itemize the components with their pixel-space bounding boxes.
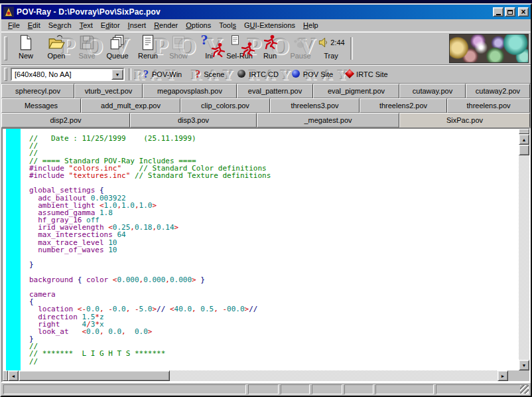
tray-button[interactable]: 2:44Tray [316,34,346,60]
menu-item-gui-extensions[interactable]: GUI-Extensions [240,20,299,31]
scrollbar-corner [508,370,519,381]
scroll-right-button[interactable]: ► [498,370,508,381]
page-runner-icon [230,34,249,52]
tab-disp2-pov[interactable]: disp2.pov [1,113,130,127]
tab-cutaway-pov[interactable]: cutaway.pov [399,84,466,98]
code-line: // [29,358,519,365]
question-blue-icon: ? [143,70,149,79]
menu-item-search[interactable]: Search [44,20,76,31]
code-line: look_at <0.0, 0.0, 0.0> [29,328,519,335]
show-page-icon [170,34,187,52]
vscroll-splitter[interactable] [519,129,529,134]
hscroll-splitter[interactable] [3,370,8,381]
editor-gutter [6,129,21,370]
tab-add-mult-exp-pov[interactable]: add_mult_exp.pov [81,98,180,113]
minimize-button[interactable] [493,7,503,17]
code-editor[interactable]: // Date : 11/25/1999 (25.11.1999)////// … [21,129,519,370]
tab-spherecyl-pov[interactable]: spherecyl.pov [1,84,74,98]
new-page-icon [17,34,34,52]
menu-item-help[interactable]: Help [299,20,322,31]
menu-item-editor[interactable]: Editor [97,20,124,31]
file-tabs: spherecyl.povvturb_vect.povmegapovsplash… [1,84,531,127]
status-panel [375,384,434,394]
run-button[interactable]: Run [255,34,285,60]
tab-row-2: Messagesadd_mult_exp.povclip_colors.povt… [1,98,531,113]
tab-label: Messages [25,102,58,110]
combobox-dropdown-button[interactable]: ▼ [111,69,123,80]
editor-pane: // Date : 11/25/1999 (25.11.1999)////// … [1,127,531,382]
hscroll-track[interactable] [170,370,498,381]
tab-label: eval_pattern.pov [248,87,302,95]
sel-run-button[interactable]: Sel-Run [224,34,255,60]
toolbar2-grip[interactable] [4,68,7,81]
ini-button[interactable]: ?Ini [194,34,224,60]
tab-cutaway2-pov[interactable]: cutaway2.pov [466,84,530,98]
tab-megapovsplash-pov[interactable]: megapovsplash.pov [143,84,237,98]
menu-item-insert[interactable]: Insert [124,20,151,31]
toolbar-button-label: Rerun [138,52,158,60]
tab-vturb-vect-pov[interactable]: vturb_vect.pov [74,84,143,98]
horizontal-scrollbar[interactable]: ◄ ► [3,370,519,381]
menu-item-edit[interactable]: Edit [24,20,44,31]
tab-threelens3-pov[interactable]: threelens3.pov [270,98,360,113]
gem-red-icon [346,70,353,78]
scroll-down-button[interactable]: ▼ [519,360,529,370]
tray-clock: 2:44 [330,39,344,46]
resize-grip[interactable] [520,385,529,394]
tab-clip-colors-pov[interactable]: clip_colors.pov [180,98,270,113]
pov-win-button[interactable]: ?POV-Win [143,70,182,79]
toolbar-button-label: Show [169,52,188,60]
menu-item-options[interactable]: Options [182,20,215,31]
menu-item-file[interactable]: File [4,20,24,31]
tab-threelens-pov[interactable]: threelens.pov [447,98,530,113]
tab-disp3-pov[interactable]: disp3.pov [130,113,257,127]
main-toolbar: POV POV POV NewOpenSaveQueueRerunShow?In… [1,32,531,65]
arrow-left-icon: ◄ [11,374,16,378]
toolbar2-separator [129,68,131,80]
maximize-icon [507,10,513,15]
menu-item-render[interactable]: Render [150,20,182,31]
tab-eval-pigment-pov[interactable]: eval_pigment.pov [313,84,399,98]
tab-threelens2-pov[interactable]: threelens2.pov [360,98,447,113]
tab-eval-pattern-pov[interactable]: eval_pattern.pov [237,84,313,98]
render-preset-combobox[interactable]: [640x480, No AA] ▼ [11,68,125,81]
open-button[interactable]: Open [41,34,72,60]
link-label: IRTC Site [356,70,387,78]
menu-item-text[interactable]: Text [76,20,97,31]
code-line [29,254,519,261]
scroll-left-button[interactable]: ◄ [8,370,19,381]
pov-site-button[interactable]: POV Site [292,70,333,79]
vscroll-thumb[interactable] [519,145,529,155]
toolbar-grip[interactable] [4,37,7,60]
tab-messages[interactable]: Messages [1,98,81,113]
tab-label: vturb_vect.pov [85,87,133,95]
status-panel [281,384,310,394]
toolbar-button-label: Pause [290,52,310,60]
code-line: number_of_waves 10 [29,246,519,254]
rerun-button[interactable]: Rerun [133,34,163,60]
irtc-cd-button[interactable]: IRTC CD [237,70,278,79]
new-button[interactable]: New [11,34,41,60]
minimize-icon [496,14,501,15]
irtc-site-button[interactable]: IRTC Site [346,70,387,79]
link-label: POV-Win [152,70,182,78]
tab-sixpac-pov[interactable]: SixPac.pov [399,113,530,127]
render-preset-value: [640x480, No AA] [15,70,72,78]
render-preview-image [449,34,529,63]
hscroll-thumb[interactable] [19,370,170,381]
scene-button[interactable]: ?Scene [195,70,224,79]
maximize-button[interactable] [505,7,515,17]
code-line [29,283,519,291]
open-folder-icon [48,34,65,52]
tab-megatest-pov[interactable]: _megatest.pov [257,113,399,127]
code-line: // [29,142,519,149]
queue-button[interactable]: Queue [102,34,133,60]
vscroll-track[interactable] [519,155,529,360]
menu-item-tools[interactable]: Tools [215,20,240,31]
tab-row-1: spherecyl.povvturb_vect.povmegapovsplash… [1,84,531,98]
scroll-up-button[interactable]: ▲ [519,134,529,145]
close-button[interactable]: × [518,7,529,17]
vertical-scrollbar[interactable]: ▲ ▼ [519,129,529,381]
link-label: IRTC CD [249,70,278,78]
toolbar-button-label: New [19,52,33,60]
